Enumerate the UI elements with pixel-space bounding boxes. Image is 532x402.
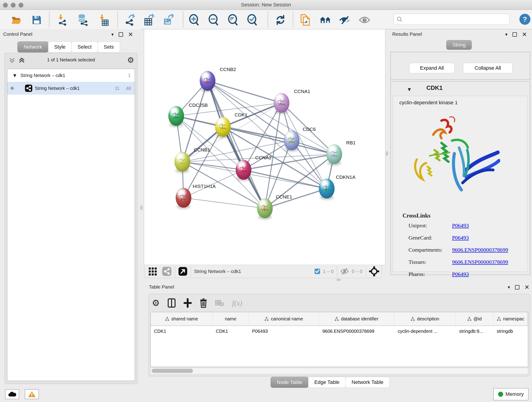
network-node-HIST1H1A[interactable]: HIST1H1A [176, 184, 215, 209]
tab-select[interactable]: Select [71, 41, 98, 52]
table-cell[interactable]: stringdb [494, 329, 528, 334]
node-label: CDK1 [234, 112, 247, 117]
network-edge[interactable] [208, 81, 334, 154]
collapse-all-button[interactable]: Collapse All [463, 63, 513, 73]
table-cell[interactable]: cyclin-dependent ... [394, 329, 456, 334]
function-builder-icon[interactable]: f(x) [232, 299, 242, 307]
card-expander-icon[interactable]: ▼ [408, 87, 411, 92]
panel-close-icon[interactable]: ✕ [128, 32, 133, 37]
search-field[interactable] [394, 14, 510, 25]
open-file-button[interactable] [11, 14, 22, 26]
memory-button[interactable]: Memory [493, 388, 529, 400]
warnings-button[interactable] [25, 389, 39, 399]
column-header-description[interactable]: description [394, 312, 456, 325]
network-options-gear-icon[interactable]: ⚙ [127, 56, 134, 65]
network-node-CCNE1[interactable]: CCNE1 [257, 194, 292, 220]
column-header-database-identifier[interactable]: database identifier [319, 312, 394, 325]
crosslink-link[interactable]: P06493 [452, 235, 469, 241]
column-header-name[interactable]: name [213, 312, 249, 325]
horizontal-scrollbar[interactable] [151, 368, 528, 374]
show-eye-button[interactable] [359, 14, 370, 26]
tab-sets[interactable]: Sets [98, 41, 120, 52]
table-row[interactable]: CDK1CDK1P064939606.ENSP00000378699cyclin… [151, 326, 528, 337]
network-row-selected[interactable]: String Network – cdk1 11 48 [7, 82, 135, 95]
table-cell[interactable]: stringdb:9... [456, 329, 494, 334]
panel-float-icon[interactable] [515, 285, 519, 289]
column-header-namespac[interactable]: namespac [494, 312, 528, 325]
network-node-CCNA1[interactable]: CCNA1 [274, 89, 310, 114]
network-node-CDKN1A[interactable]: CDKN1A [319, 174, 355, 200]
pan-crosshair-icon[interactable] [369, 266, 379, 276]
save-session-button[interactable] [31, 14, 43, 26]
network-edge[interactable] [208, 81, 282, 103]
refresh-button[interactable] [274, 14, 286, 26]
zoom-in-icon [189, 14, 199, 26]
grid-view-icon[interactable] [148, 267, 158, 276]
network-node-RB1[interactable]: RB1 [326, 140, 355, 166]
zoom-fit-button[interactable] [227, 14, 239, 26]
network-edge[interactable] [184, 198, 265, 208]
import-table-button[interactable] [98, 14, 109, 26]
hide-eye-button[interactable] [339, 14, 351, 26]
tab-network-table[interactable]: Network Table [346, 377, 390, 388]
export-table-button[interactable] [143, 14, 155, 26]
zoom-out-button[interactable] [207, 14, 219, 26]
expand-all-button[interactable]: Expand All [409, 63, 455, 73]
panel-close-icon[interactable]: ✕ [525, 285, 530, 289]
tab-style[interactable]: Style [48, 41, 72, 52]
documents-button[interactable] [299, 14, 311, 26]
panel-collapse-icon[interactable]: ▾ [111, 32, 114, 37]
network-edge[interactable] [182, 162, 244, 170]
left-splitter-handle[interactable] [140, 205, 143, 210]
delete-table-icon[interactable] [215, 299, 224, 307]
crosslink-link[interactable]: P06493 [452, 223, 469, 229]
tab-string[interactable]: String [446, 40, 472, 50]
network-edge[interactable] [265, 189, 327, 208]
delete-trash-icon[interactable] [200, 298, 207, 308]
create-column-icon[interactable] [167, 298, 176, 308]
panel-collapse-icon[interactable]: ▾ [505, 32, 507, 37]
hidden-eye-slash-icon[interactable] [340, 268, 349, 275]
tab-edge-table[interactable]: Edge Table [308, 377, 346, 388]
export-network-button[interactable] [124, 14, 136, 26]
right-splitter-handle[interactable] [386, 151, 388, 156]
network-edge[interactable] [208, 81, 265, 208]
cloud-sync-button[interactable] [5, 389, 19, 399]
column-header-canonical-name[interactable]: canonical name [249, 312, 319, 325]
table-cell[interactable]: 9606.ENSP00000378699 [319, 329, 394, 334]
network-collection-row[interactable]: ▼ String Network – cdk1 1 [7, 69, 135, 82]
column-header-shared-name[interactable]: shared name [151, 312, 213, 325]
network-canvas[interactable]: CCNB2CCNA1CDC25BCDK1CDC6RB1CCNB1CCNA2CDK… [144, 29, 385, 265]
panel-close-icon[interactable]: ✕ [522, 32, 527, 37]
tab-network[interactable]: Network [17, 41, 48, 52]
import-network-from-file-button[interactable] [56, 14, 68, 26]
zoom-selected-button[interactable] [246, 14, 258, 26]
column-header-@id[interactable]: @id [456, 312, 493, 325]
table-cell[interactable]: P06493 [249, 329, 319, 334]
tree-expander-icon[interactable]: ▼ [13, 73, 16, 78]
column-type-icon [165, 317, 169, 321]
crosslink-link[interactable]: P06493 [452, 271, 469, 277]
search-input[interactable] [404, 17, 506, 22]
panel-collapse-icon[interactable]: ▾ [508, 285, 510, 289]
network-view-mode-icon[interactable] [162, 267, 172, 276]
crosslink-link[interactable]: 9606.ENSP00000378699 [452, 259, 508, 265]
panel-float-icon[interactable] [119, 32, 123, 37]
import-network-from-database-button[interactable] [76, 14, 89, 26]
crosslink-link[interactable]: 9606.ENSP00000378699 [452, 247, 508, 253]
network-edge[interactable] [244, 170, 327, 189]
zoom-in-button[interactable] [188, 14, 200, 26]
houses-button[interactable] [319, 14, 331, 26]
help-button[interactable]: ? [519, 14, 530, 25]
selected-checkbox-icon[interactable] [314, 268, 320, 274]
bottom-splitter-handle[interactable] [336, 279, 341, 281]
table-cell[interactable]: CDK1 [151, 329, 213, 334]
panel-float-icon[interactable] [513, 32, 517, 37]
table-options-gear-icon[interactable]: ⚙ [152, 298, 160, 308]
birdseye-view-icon[interactable] [178, 267, 187, 276]
scrollbar-thumb[interactable] [152, 369, 193, 373]
export-image-button[interactable] [162, 14, 174, 26]
table-cell[interactable]: CDK1 [213, 329, 249, 334]
tab-node-table[interactable]: Node Table [271, 377, 308, 388]
add-row-icon[interactable] [184, 298, 192, 308]
